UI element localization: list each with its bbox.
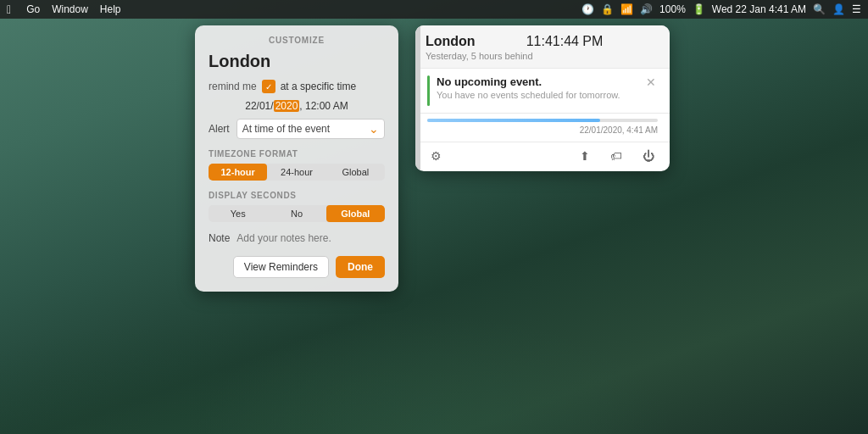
time-value: , 12:00 AM xyxy=(299,100,348,112)
view-reminders-button[interactable]: View Reminders xyxy=(233,256,329,278)
notification-close-button[interactable]: ✕ xyxy=(644,75,658,89)
user-icon[interactable]: 👤 xyxy=(832,3,845,15)
apple-menu[interactable]:  xyxy=(7,3,11,16)
list-icon[interactable]: ☰ xyxy=(852,3,861,15)
remind-label: remind me xyxy=(209,81,257,92)
alert-value: At time of the event xyxy=(242,123,330,135)
tz-24hour-btn[interactable]: 24-hour xyxy=(267,164,326,181)
notification-header: London 11:41:44 PM Yesterday, 5 hours be… xyxy=(415,25,670,68)
event-color-bar xyxy=(427,75,430,106)
lock-icon: 🔒 xyxy=(601,3,614,15)
power-icon-button[interactable]: ⏻ xyxy=(639,147,658,164)
event-title: No upcoming event. xyxy=(437,75,637,88)
notif-subtitle: Yesterday, 5 hours behind xyxy=(426,51,603,61)
display-seconds-control: Yes No Global xyxy=(209,205,385,222)
clock-icon: 🕐 xyxy=(581,3,594,15)
note-input[interactable] xyxy=(236,232,385,244)
notification-actions: ⚙ ⬆ 🏷 ⏻ xyxy=(415,142,670,171)
display-seconds-label: DISPLAY SECONDS xyxy=(209,191,385,200)
share-icon-button[interactable]: ⬆ xyxy=(576,147,593,164)
drag-handle[interactable] xyxy=(415,25,420,171)
ds-yes-btn[interactable]: Yes xyxy=(209,205,267,222)
battery-icon: 🔋 xyxy=(693,3,705,15)
alert-select[interactable]: At time of the event ⌄ xyxy=(236,119,385,139)
done-button[interactable]: Done xyxy=(336,256,385,278)
wifi-icon: 📶 xyxy=(620,3,633,15)
progress-track xyxy=(427,119,658,122)
settings-icon-button[interactable]: ⚙ xyxy=(427,147,445,164)
event-section: No upcoming event. You have no events sc… xyxy=(415,68,670,113)
bookmark-icon-button[interactable]: 🏷 xyxy=(607,147,626,164)
alert-label: Alert xyxy=(209,123,230,135)
remind-checkbox[interactable]: ✓ xyxy=(262,80,275,93)
tz-global-btn[interactable]: Global xyxy=(326,164,385,181)
action-buttons: View Reminders Done xyxy=(209,256,385,278)
menubar-datetime: Wed 22 Jan 4:41 AM xyxy=(712,3,806,15)
timezone-format-control: 12-hour 24-hour Global xyxy=(209,164,385,181)
city-name: London xyxy=(209,52,385,71)
menu-help[interactable]: Help xyxy=(100,3,121,15)
date-prefix: 22/01/ xyxy=(245,100,273,112)
notif-city: London xyxy=(426,34,476,49)
tz-12hour-btn[interactable]: 12-hour xyxy=(209,164,267,181)
menu-go[interactable]: Go xyxy=(26,3,40,15)
date-highlight[interactable]: 2020 xyxy=(274,100,300,112)
alert-dropdown-arrow: ⌄ xyxy=(369,122,379,136)
event-text: No upcoming event. You have no events sc… xyxy=(437,75,637,100)
remind-value: at a specific time xyxy=(281,81,356,92)
notif-time: 11:41:44 PM xyxy=(526,34,604,49)
ds-no-btn[interactable]: No xyxy=(267,205,326,222)
search-icon[interactable]: 🔍 xyxy=(813,3,826,15)
menubar:  Go Window Help 🕐 🔒 📶 🔊 100% 🔋 Wed 22 J… xyxy=(0,0,868,19)
ds-global-btn[interactable]: Global xyxy=(326,205,385,222)
volume-icon: 🔊 xyxy=(640,3,653,15)
customize-panel: CUSTOMIZE London remind me ✓ at a specif… xyxy=(195,25,398,292)
timezone-format-label: TIMEZONE FORMAT xyxy=(209,149,385,159)
progress-date: 22/01/2020, 4:41 AM xyxy=(427,125,658,135)
customize-title: CUSTOMIZE xyxy=(209,36,385,45)
progress-section: 22/01/2020, 4:41 AM xyxy=(415,113,670,142)
event-desc: You have no events scheduled for tomorro… xyxy=(437,90,637,100)
note-label: Note xyxy=(209,232,230,244)
progress-fill xyxy=(427,119,600,122)
battery-percent: 100% xyxy=(659,3,686,15)
notification-panel: London 11:41:44 PM Yesterday, 5 hours be… xyxy=(415,25,670,171)
date-time-row: 22/01/2020, 12:00 AM xyxy=(209,100,385,112)
menu-window[interactable]: Window xyxy=(52,3,88,15)
